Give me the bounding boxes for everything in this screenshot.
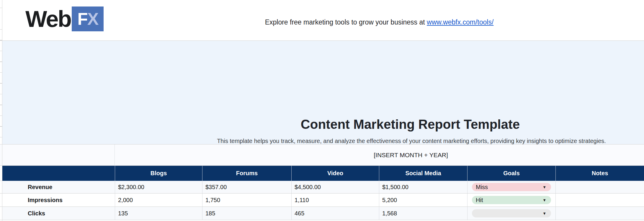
cell-revenue-forums[interactable]: $357.00 xyxy=(202,181,292,193)
goal-dropdown-revenue[interactable]: Miss ▼ xyxy=(472,183,551,191)
col-header-social-media: Social Media xyxy=(379,166,468,181)
table-row-revenue: Revenue $2,300.00 $357.00 $4,500.00 $1,5… xyxy=(2,181,644,194)
cell-impressions-video[interactable]: 1,110 xyxy=(292,194,379,207)
cell-impressions-social[interactable]: 5,200 xyxy=(379,194,468,207)
col-header-blank xyxy=(2,166,115,181)
top-header-band: Web FX Explore free marketing tools to g… xyxy=(0,0,644,41)
cell-impressions-goal: Hit ▼ xyxy=(468,194,556,207)
sheet-gridline-ticks xyxy=(0,8,2,144)
dropdown-arrow-icon: ▼ xyxy=(542,185,546,189)
cell-impressions-blogs[interactable]: 2,000 xyxy=(115,194,202,207)
cell-impressions-notes[interactable] xyxy=(556,194,644,207)
cell-clicks-notes[interactable] xyxy=(556,207,644,220)
cell-revenue-goal: Miss ▼ xyxy=(468,181,556,193)
dropdown-arrow-icon: ▼ xyxy=(542,212,546,215)
col-header-forums: Forums xyxy=(202,166,292,181)
period-band: [INSERT MONTH + YEAR] xyxy=(0,144,644,166)
cell-impressions-forums[interactable]: 1,750 xyxy=(202,194,292,207)
table-row-impressions: Impressions 2,000 1,750 1,110 5,200 Hit … xyxy=(2,194,644,207)
sheet-gridline-tick xyxy=(0,181,2,181)
sheet-gridline-tick xyxy=(0,207,2,207)
col-header-video: Video xyxy=(292,166,379,181)
cell-clicks-blogs[interactable]: 135 xyxy=(115,207,202,220)
cell-revenue-social[interactable]: $1,500.00 xyxy=(379,181,468,193)
cell-revenue-video[interactable]: $4,500.00 xyxy=(292,181,379,193)
tagline: Explore free marketing tools to grow you… xyxy=(265,18,494,26)
page-title: Content Marketing Report Template xyxy=(301,117,520,132)
table-row-clicks: Clicks 135 185 465 1,568 ▼ xyxy=(2,207,644,220)
dropdown-arrow-icon: ▼ xyxy=(542,198,546,202)
row-label-revenue: Revenue xyxy=(2,181,115,193)
cell-clicks-video[interactable]: 465 xyxy=(292,207,379,220)
tools-link[interactable]: www.webfx.com/tools/ xyxy=(427,18,493,26)
period-placeholder-cell[interactable]: [INSERT MONTH + YEAR] xyxy=(374,152,448,159)
goal-dropdown-impressions[interactable]: Hit ▼ xyxy=(472,196,551,204)
cell-clicks-forums[interactable]: 185 xyxy=(202,207,292,220)
row-label-impressions: Impressions xyxy=(2,194,115,207)
report-table: Blogs Forums Video Social Media Goals No… xyxy=(2,166,644,220)
page-subtitle: This template helps you track, measure, … xyxy=(217,138,606,144)
cell-clicks-goal: ▼ xyxy=(468,207,556,220)
content-marketing-report-page: Web FX Explore free marketing tools to g… xyxy=(0,0,644,221)
sheet-gridline-tick xyxy=(0,220,2,220)
cell-revenue-blogs[interactable]: $2,300.00 xyxy=(115,181,202,193)
logo-letter-x: X xyxy=(87,10,98,27)
col-header-blogs: Blogs xyxy=(115,166,202,181)
row-label-clicks: Clicks xyxy=(2,207,115,220)
cell-revenue-notes[interactable] xyxy=(556,181,644,193)
goal-dropdown-clicks[interactable]: ▼ xyxy=(472,209,551,217)
goal-dropdown-value: Miss xyxy=(476,183,488,191)
table-header-row: Blogs Forums Video Social Media Goals No… xyxy=(2,166,644,181)
sheet-gridline-tick xyxy=(0,193,2,194)
sheet-gridline-vertical xyxy=(115,144,115,166)
webfx-logo: Web FX xyxy=(25,5,104,32)
col-header-goals: Goals xyxy=(468,166,556,181)
logo-fx-box: FX xyxy=(72,6,104,31)
logo-letter-f: F xyxy=(77,10,87,27)
hero-panel: Content Marketing Report Template This t… xyxy=(2,41,644,144)
logo-text-web: Web xyxy=(25,7,71,30)
cell-clicks-social[interactable]: 1,568 xyxy=(379,207,468,220)
goal-dropdown-value: Hit xyxy=(476,196,483,204)
tagline-text: Explore free marketing tools to grow you… xyxy=(265,18,427,26)
col-header-notes: Notes xyxy=(556,166,644,181)
